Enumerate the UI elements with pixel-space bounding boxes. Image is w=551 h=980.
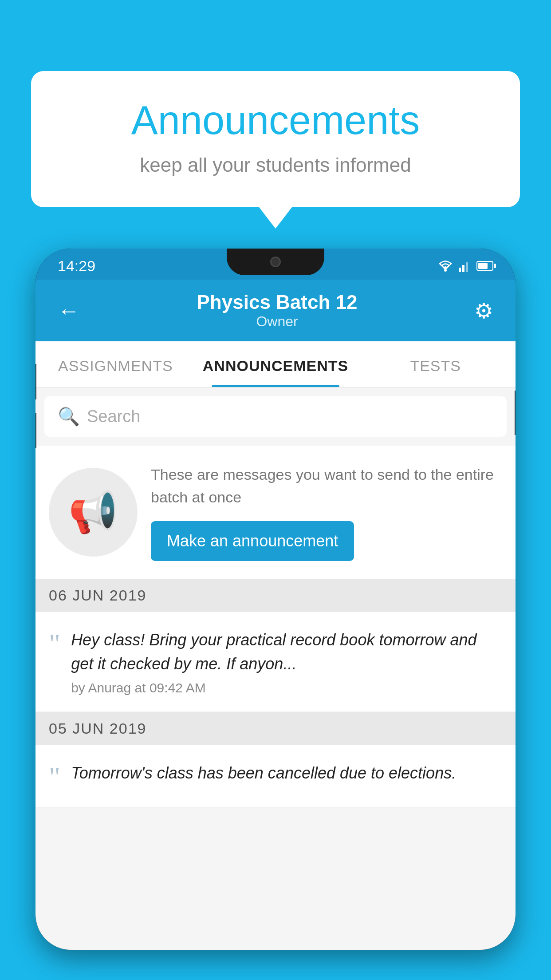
phone-screen: 14:29 [35, 249, 516, 950]
volume-down-button [35, 413, 36, 448]
speech-bubble-section: Announcements keep all your students inf… [31, 71, 520, 207]
wifi-icon [437, 260, 453, 272]
quote-icon-1: " [49, 630, 60, 658]
battery-icon [476, 261, 493, 271]
power-button [515, 391, 516, 435]
phone-mockup: 14:29 [35, 249, 516, 980]
speech-bubble-subtitle: keep all your students informed [67, 154, 484, 176]
tabs-bar: ASSIGNMENTS ANNOUNCEMENTS TESTS [35, 341, 516, 387]
search-input[interactable]: Search [87, 407, 140, 426]
announcement-message-1: Hey class! Bring your practical record b… [71, 628, 502, 676]
tab-tests[interactable]: TESTS [355, 341, 516, 387]
phone-frame: 14:29 [35, 249, 516, 950]
app-header: ← Physics Batch 12 Owner ⚙ [35, 280, 516, 341]
phone-notch [227, 249, 324, 275]
signal-icon [459, 260, 471, 272]
announcement-content-1: Hey class! Bring your practical record b… [71, 628, 502, 695]
prompt-right: These are messages you want to send to t… [151, 463, 502, 561]
megaphone-icon: 📢 [68, 489, 118, 536]
owner-role: Owner [197, 313, 358, 330]
settings-icon[interactable]: ⚙ [474, 298, 493, 323]
date-label-2: 05 JUN 2019 [49, 720, 146, 737]
batch-name: Physics Batch 12 [197, 291, 358, 313]
content-area: 🔍 Search 📢 These are messages you want t… [35, 387, 516, 950]
status-icons [437, 260, 493, 272]
prompt-description: These are messages you want to send to t… [151, 463, 502, 509]
quote-icon-2: " [49, 763, 60, 791]
announcement-item-1[interactable]: " Hey class! Bring your practical record… [35, 612, 516, 712]
date-section-2: 05 JUN 2019 [35, 712, 516, 745]
announcement-prompt: 📢 These are messages you want to send to… [35, 446, 516, 579]
status-time: 14:29 [58, 257, 95, 275]
make-announcement-button[interactable]: Make an announcement [151, 521, 354, 561]
tab-announcements[interactable]: ANNOUNCEMENTS [196, 341, 356, 387]
svg-rect-2 [462, 265, 464, 272]
speech-bubble-card: Announcements keep all your students inf… [31, 71, 520, 207]
announcement-item-2[interactable]: " Tomorrow's class has been cancelled du… [35, 745, 516, 808]
svg-point-0 [444, 269, 447, 272]
speech-bubble-title: Announcements [67, 98, 484, 143]
back-button[interactable]: ← [58, 298, 80, 324]
date-section-1: 06 JUN 2019 [35, 579, 516, 612]
svg-rect-1 [459, 268, 461, 272]
search-icon: 🔍 [58, 406, 80, 427]
announcement-meta-1: by Anurag at 09:42 AM [71, 680, 502, 695]
announcement-content-2: Tomorrow's class has been cancelled due … [71, 761, 502, 790]
megaphone-circle: 📢 [49, 468, 138, 557]
search-bar[interactable]: 🔍 Search [44, 396, 507, 437]
phone-camera [270, 257, 281, 267]
svg-rect-3 [466, 262, 468, 272]
tab-assignments[interactable]: ASSIGNMENTS [35, 341, 196, 387]
date-label-1: 06 JUN 2019 [49, 587, 146, 604]
header-title-block: Physics Batch 12 Owner [197, 291, 358, 330]
announcement-message-2: Tomorrow's class has been cancelled due … [71, 761, 502, 785]
